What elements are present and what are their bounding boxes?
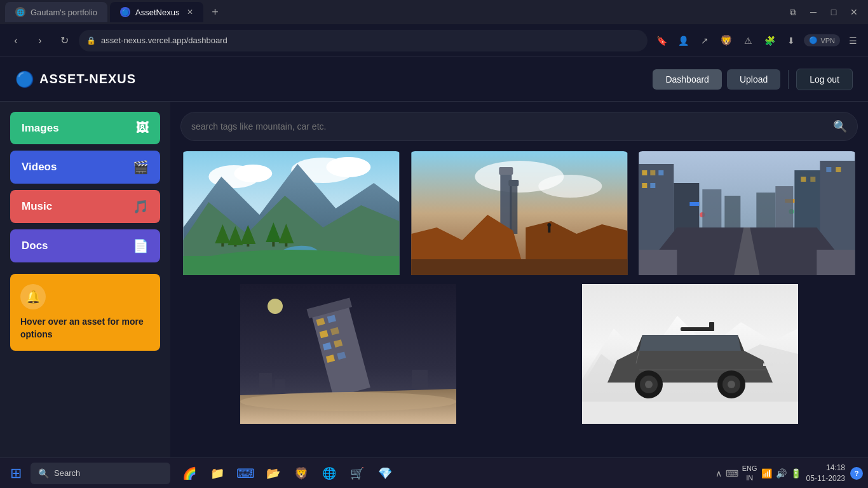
image-card-sand-building[interactable] (180, 284, 516, 426)
tray-wifi-icon[interactable]: 📶 (761, 468, 772, 478)
city-image (636, 151, 858, 275)
sidebar-item-images[interactable]: Images 🖼 (10, 112, 160, 144)
landscape-image (180, 151, 402, 275)
menu-button[interactable]: ☰ (844, 32, 862, 50)
app-layout: 🔵 ASSET-NEXUS Dashboard Upload Log out I… (0, 57, 868, 488)
wallet-icon[interactable]: ⚠ (739, 32, 757, 50)
sidebar-item-videos[interactable]: Videos 🎬 (10, 151, 160, 184)
bookmark-button[interactable]: 🔖 (653, 32, 670, 50)
window-minimize-button[interactable]: ─ (804, 3, 822, 21)
browser-chrome: 🌐 Gautam's portfolio 🔵 AssetNexus ✕ + ⧉ … (0, 0, 868, 57)
tray-chevron-icon[interactable]: ∧ (715, 468, 722, 478)
sidebar-item-docs[interactable]: Docs 📄 (10, 229, 160, 262)
image-card-city[interactable] (636, 151, 858, 278)
address-bar[interactable]: 🔒 (79, 30, 648, 51)
docs-icon: 📄 (133, 238, 149, 254)
upload-button[interactable]: Upload (727, 69, 780, 90)
taskbar-tray: ∧ ⌨ ENGIN 📶 🔊 🔋 14:18 05-11-2023 ? (715, 463, 863, 484)
tab-favicon-nexus: 🔵 (120, 7, 130, 17)
tab-label-nexus: AssetNexus (135, 8, 179, 17)
music-label: Music (22, 200, 52, 213)
tray-battery-icon[interactable]: 🔋 (790, 468, 801, 478)
sidebar-hint: 🔔 Hover over an asset for more options (10, 274, 160, 351)
profile-button[interactable]: 👤 (674, 32, 692, 50)
hint-text: Hover over an asset for more options (20, 316, 150, 341)
dashboard-button[interactable]: Dashboard (653, 69, 722, 90)
taskbar-vscode-app[interactable]: ⌨ (233, 461, 258, 486)
refresh-button[interactable]: ↻ (55, 31, 74, 50)
svg-rect-23 (499, 167, 513, 175)
image-card-car[interactable] (522, 284, 858, 426)
back-button[interactable]: ‹ (6, 31, 25, 50)
tray-speaker-icon[interactable]: 🔊 (776, 468, 787, 478)
header-divider (788, 70, 789, 89)
videos-icon: 🎬 (133, 159, 149, 175)
taskbar-mail-app[interactable]: 🌐 (316, 461, 342, 486)
search-input[interactable] (191, 121, 825, 132)
vpn-badge[interactable]: 🔵 VPN (804, 34, 840, 46)
image-grid-row1 (180, 151, 858, 278)
notification-button[interactable]: ? (850, 467, 863, 480)
sand-building-image (180, 284, 516, 424)
videos-label: Videos (22, 161, 57, 173)
tab-close-button[interactable]: ✕ (187, 8, 193, 17)
vpn-label: VPN (820, 37, 835, 44)
tab-label-portfolio: Gautam's portfolio (31, 8, 97, 17)
search-icon[interactable]: 🔍 (833, 119, 847, 133)
browser-toolbar: ‹ › ↻ 🔒 🔖 👤 ↗ 🦁 ⚠ 🧩 ⬇ 🔵 VPN ☰ (0, 24, 868, 57)
svg-rect-42 (811, 177, 816, 182)
header-nav: Dashboard Upload Log out (653, 69, 853, 90)
svg-rect-25 (508, 180, 519, 186)
browser-titlebar: 🌐 Gautam's portfolio 🔵 AssetNexus ✕ + ⧉ … (0, 0, 868, 24)
logo-icon: 🔵 (15, 71, 34, 88)
window-close-button[interactable]: ✕ (845, 3, 863, 21)
tab-favicon-portfolio: 🌐 (15, 7, 25, 17)
taskbar-extra-app[interactable]: 💎 (372, 461, 398, 486)
taskbar-brave-app[interactable]: 🦁 (288, 461, 314, 486)
window-list-button[interactable]: ⧉ (784, 3, 802, 21)
svg-rect-43 (827, 167, 832, 172)
logo: 🔵 ASSET-NEXUS (15, 71, 136, 88)
logout-button[interactable]: Log out (796, 69, 853, 90)
downloads-icon[interactable]: ⬇ (782, 32, 800, 50)
taskbar-emoji-app[interactable]: 🌈 (177, 461, 202, 486)
start-button[interactable]: ⊞ (5, 463, 27, 484)
tray-keyboard-icon[interactable]: ⌨ (726, 468, 738, 478)
new-tab-button[interactable]: + (206, 3, 224, 21)
svg-rect-55 (757, 193, 776, 227)
svg-rect-38 (651, 183, 656, 188)
app-header: 🔵 ASSET-NEXUS Dashboard Upload Log out (0, 57, 868, 102)
svg-point-87 (728, 381, 735, 388)
tray-time: 14:18 (806, 463, 845, 473)
svg-point-58 (268, 299, 283, 314)
taskbar-files-app[interactable]: 📁 (205, 461, 230, 486)
svg-rect-37 (642, 183, 648, 188)
extensions-button[interactable]: 🧩 (761, 32, 778, 50)
tray-icons: ∧ ⌨ ENGIN 📶 🔊 🔋 (715, 464, 801, 482)
content-area: 🔍 (170, 102, 868, 488)
images-icon: 🖼 (136, 121, 149, 135)
svg-point-73 (240, 392, 456, 411)
tray-language[interactable]: ENGIN (742, 464, 757, 482)
window-maximize-button[interactable]: □ (825, 3, 843, 21)
svg-rect-29 (548, 226, 550, 233)
sidebar-item-music[interactable]: Music 🎵 (10, 190, 160, 223)
svg-point-84 (645, 381, 653, 388)
image-card-scifi[interactable] (409, 151, 630, 278)
lock-icon: 🔒 (86, 36, 96, 45)
car-image (522, 284, 858, 424)
forward-button[interactable]: › (31, 31, 50, 50)
taskbar-store-app[interactable]: 🛒 (344, 461, 370, 486)
address-input[interactable] (101, 36, 640, 45)
tab-portfolio[interactable]: 🌐 Gautam's portfolio (5, 2, 107, 22)
taskbar: ⊞ 🔍 Search 🌈 📁 ⌨ 📂 🦁 🌐 🛒 💎 ∧ ⌨ ENGIN 📶 🔊… (0, 458, 868, 488)
image-card-landscape[interactable] (180, 151, 402, 278)
taskbar-explorer-app[interactable]: 📂 (261, 461, 286, 486)
tab-assetnexus[interactable]: 🔵 AssetNexus ✕ (110, 2, 203, 22)
brave-shield-icon[interactable]: 🦁 (717, 32, 735, 50)
svg-rect-51 (690, 202, 700, 206)
taskbar-search-icon: 🔍 (38, 468, 49, 478)
share-button[interactable]: ↗ (696, 32, 714, 50)
svg-rect-77 (582, 402, 798, 424)
taskbar-search-box[interactable]: 🔍 Search (31, 463, 170, 484)
